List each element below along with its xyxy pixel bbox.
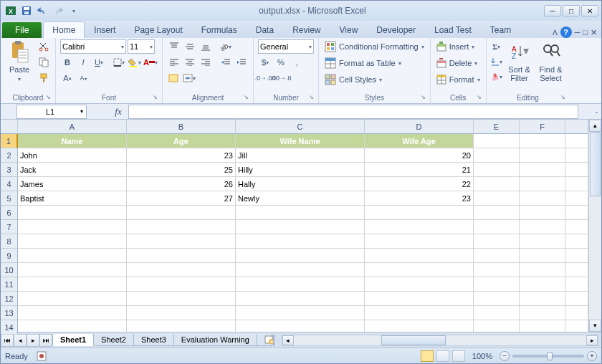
formula-bar[interactable]	[128, 105, 578, 119]
cell[interactable]	[565, 163, 588, 177]
scroll-right-icon[interactable]: ▸	[586, 335, 598, 345]
cell[interactable]	[474, 206, 520, 220]
conditional-formatting-button[interactable]: Conditional Formatting▾	[323, 39, 426, 54]
cell[interactable]	[127, 249, 236, 263]
normal-view-button[interactable]	[421, 350, 434, 362]
cell[interactable]	[18, 320, 127, 332]
cell[interactable]	[565, 277, 588, 292]
align-left-button[interactable]	[167, 55, 181, 70]
cell[interactable]: 21	[365, 163, 474, 177]
cell[interactable]	[474, 148, 520, 163]
border-button[interactable]: ▾	[112, 55, 126, 70]
column-header-B[interactable]: B	[127, 120, 236, 134]
find-select-button[interactable]: Find & Select	[537, 39, 565, 84]
cell[interactable]	[236, 263, 365, 277]
cell[interactable]	[18, 220, 127, 234]
column-header-A[interactable]: A	[18, 120, 127, 134]
row-header-6[interactable]: 6	[1, 206, 18, 220]
decrease-decimal-button[interactable]: .00→.0	[274, 71, 288, 85]
cell[interactable]	[236, 277, 365, 292]
font-size-combo[interactable]: 11▾	[128, 39, 155, 54]
cell[interactable]	[18, 249, 127, 263]
row-header-8[interactable]: 8	[1, 234, 18, 249]
cell[interactable]	[520, 220, 565, 234]
font-name-combo[interactable]: Calibri▾	[60, 39, 126, 54]
cell[interactable]	[365, 249, 474, 263]
hscroll-thumb[interactable]	[381, 335, 446, 345]
comma-format-button[interactable]: ,	[290, 55, 304, 70]
clear-button[interactable]: ▾	[491, 70, 502, 84]
cell[interactable]	[474, 320, 520, 332]
insert-cells-button[interactable]: Insert▾	[435, 39, 482, 54]
minimize-button[interactable]: ─	[544, 5, 561, 16]
cell[interactable]: Wife Name	[236, 134, 365, 148]
cell[interactable]	[474, 249, 520, 263]
cell[interactable]	[18, 234, 127, 249]
cell[interactable]	[520, 249, 565, 263]
cell[interactable]	[236, 249, 365, 263]
cell-styles-button[interactable]: Cell Styles▾	[323, 72, 426, 87]
cell[interactable]	[365, 263, 474, 277]
cell[interactable]: 26	[127, 177, 236, 191]
cell[interactable]	[520, 277, 565, 292]
merge-center-button[interactable]: ▾	[181, 71, 197, 85]
decrease-indent-button[interactable]	[219, 55, 233, 70]
ribbon-tab-data[interactable]: Data	[247, 21, 283, 38]
sheet-nav-last[interactable]: ⏭	[39, 334, 52, 347]
page-layout-view-button[interactable]	[436, 350, 449, 362]
underline-button[interactable]: U▾	[92, 55, 106, 70]
cell[interactable]	[18, 306, 127, 320]
page-break-view-button[interactable]	[452, 350, 465, 362]
align-middle-button[interactable]	[183, 39, 197, 54]
cell[interactable]	[520, 234, 565, 249]
sheet-nav-prev[interactable]: ◂	[14, 334, 27, 347]
sort-filter-button[interactable]: AZ Sort & Filter	[505, 39, 534, 84]
zoom-thumb[interactable]	[547, 352, 553, 360]
align-right-button[interactable]	[199, 55, 213, 70]
cell[interactable]: 20	[365, 148, 474, 163]
cell[interactable]	[127, 277, 236, 292]
macro-record-icon[interactable]	[37, 351, 47, 361]
cell[interactable]	[520, 263, 565, 277]
fx-icon[interactable]: fx	[111, 105, 125, 119]
cell[interactable]	[565, 306, 588, 320]
cell[interactable]	[474, 134, 520, 148]
number-format-combo[interactable]: General▾	[258, 39, 314, 54]
copy-button[interactable]	[37, 55, 51, 70]
qat-customize-icon[interactable]: ▾	[67, 4, 81, 18]
cell[interactable]	[236, 206, 365, 220]
file-tab[interactable]: File	[2, 22, 42, 38]
cell[interactable]	[127, 320, 236, 332]
cell[interactable]: Baptist	[18, 191, 127, 206]
excel-icon[interactable]: X	[4, 4, 18, 18]
cell[interactable]	[365, 220, 474, 234]
cell[interactable]	[474, 277, 520, 292]
row-header-10[interactable]: 10	[1, 263, 18, 277]
ribbon-tab-review[interactable]: Review	[283, 21, 330, 38]
sheet-nav-first[interactable]: ⏮	[1, 334, 14, 347]
row-header-4[interactable]: 4	[1, 177, 18, 191]
percent-format-button[interactable]: %	[274, 55, 288, 70]
cell[interactable]	[236, 320, 365, 332]
row-header-13[interactable]: 13	[1, 306, 18, 320]
orientation-button[interactable]: ab▾	[219, 39, 233, 54]
column-headers[interactable]: ABCDEF	[18, 120, 588, 134]
column-header-F[interactable]: F	[520, 120, 565, 134]
row-header-12[interactable]: 12	[1, 292, 18, 306]
autosum-button[interactable]: Σ▾	[491, 39, 502, 54]
cell[interactable]	[520, 306, 565, 320]
window-min-doc-icon[interactable]: ─	[575, 28, 580, 37]
ribbon-tab-developer[interactable]: Developer	[367, 21, 425, 38]
row-header-9[interactable]: 9	[1, 249, 18, 263]
cell[interactable]: 22	[365, 177, 474, 191]
cell[interactable]	[18, 277, 127, 292]
cell[interactable]	[236, 220, 365, 234]
format-painter-button[interactable]	[37, 71, 51, 85]
cell[interactable]: 23	[127, 148, 236, 163]
close-button[interactable]: ✕	[581, 5, 598, 16]
cell[interactable]	[474, 220, 520, 234]
zoom-out-button[interactable]: −	[500, 351, 510, 361]
vscroll-thumb[interactable]	[590, 132, 601, 196]
decrease-font-button[interactable]: A▾	[76, 71, 90, 85]
save-icon[interactable]	[19, 4, 34, 18]
